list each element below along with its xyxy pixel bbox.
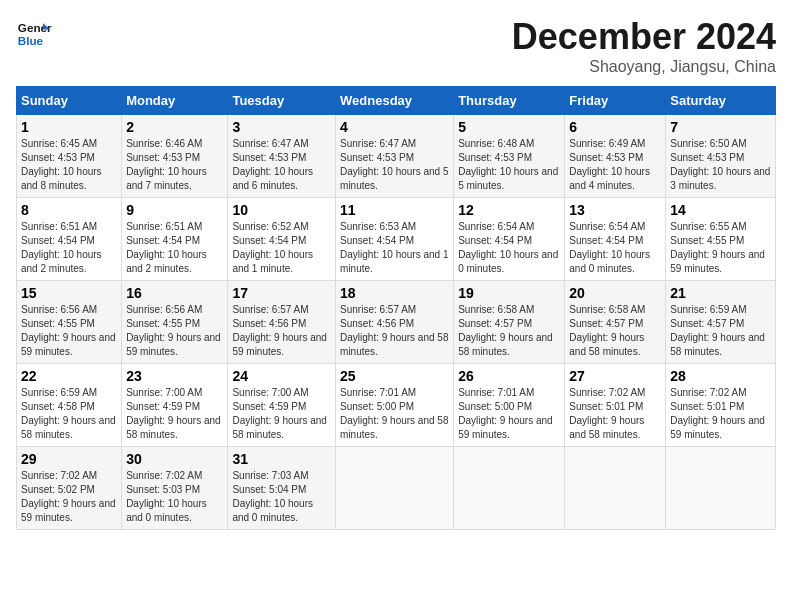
day-detail: Sunrise: 6:58 AMSunset: 4:57 PMDaylight:…	[458, 304, 553, 357]
calendar-cell: 25 Sunrise: 7:01 AMSunset: 5:00 PMDaylig…	[336, 364, 454, 447]
day-detail: Sunrise: 6:56 AMSunset: 4:55 PMDaylight:…	[21, 304, 116, 357]
day-detail: Sunrise: 7:02 AMSunset: 5:03 PMDaylight:…	[126, 470, 207, 523]
day-number: 18	[340, 285, 449, 301]
day-number: 30	[126, 451, 223, 467]
calendar-cell: 27 Sunrise: 7:02 AMSunset: 5:01 PMDaylig…	[565, 364, 666, 447]
day-number: 26	[458, 368, 560, 384]
header-day-tuesday: Tuesday	[228, 87, 336, 115]
day-detail: Sunrise: 7:00 AMSunset: 4:59 PMDaylight:…	[126, 387, 221, 440]
header-day-friday: Friday	[565, 87, 666, 115]
calendar-cell: 6 Sunrise: 6:49 AMSunset: 4:53 PMDayligh…	[565, 115, 666, 198]
calendar-header-row: SundayMondayTuesdayWednesdayThursdayFrid…	[17, 87, 776, 115]
day-detail: Sunrise: 7:02 AMSunset: 5:01 PMDaylight:…	[670, 387, 765, 440]
calendar-cell: 31 Sunrise: 7:03 AMSunset: 5:04 PMDaylig…	[228, 447, 336, 530]
logo: General Blue	[16, 16, 52, 52]
day-detail: Sunrise: 6:47 AMSunset: 4:53 PMDaylight:…	[232, 138, 313, 191]
day-detail: Sunrise: 6:58 AMSunset: 4:57 PMDaylight:…	[569, 304, 645, 357]
calendar-cell: 21 Sunrise: 6:59 AMSunset: 4:57 PMDaylig…	[666, 281, 776, 364]
calendar-cell: 19 Sunrise: 6:58 AMSunset: 4:57 PMDaylig…	[454, 281, 565, 364]
day-number: 12	[458, 202, 560, 218]
day-number: 21	[670, 285, 771, 301]
day-number: 29	[21, 451, 117, 467]
day-number: 4	[340, 119, 449, 135]
week-row-5: 29 Sunrise: 7:02 AMSunset: 5:02 PMDaylig…	[17, 447, 776, 530]
day-number: 24	[232, 368, 331, 384]
calendar-cell	[454, 447, 565, 530]
day-number: 16	[126, 285, 223, 301]
day-number: 28	[670, 368, 771, 384]
day-number: 13	[569, 202, 661, 218]
day-number: 20	[569, 285, 661, 301]
week-row-2: 8 Sunrise: 6:51 AMSunset: 4:54 PMDayligh…	[17, 198, 776, 281]
calendar-cell: 23 Sunrise: 7:00 AMSunset: 4:59 PMDaylig…	[122, 364, 228, 447]
header-day-wednesday: Wednesday	[336, 87, 454, 115]
day-detail: Sunrise: 6:51 AMSunset: 4:54 PMDaylight:…	[126, 221, 207, 274]
calendar-cell: 24 Sunrise: 7:00 AMSunset: 4:59 PMDaylig…	[228, 364, 336, 447]
day-detail: Sunrise: 6:54 AMSunset: 4:54 PMDaylight:…	[569, 221, 650, 274]
calendar-cell: 30 Sunrise: 7:02 AMSunset: 5:03 PMDaylig…	[122, 447, 228, 530]
calendar-cell: 20 Sunrise: 6:58 AMSunset: 4:57 PMDaylig…	[565, 281, 666, 364]
day-number: 17	[232, 285, 331, 301]
day-detail: Sunrise: 7:02 AMSunset: 5:01 PMDaylight:…	[569, 387, 645, 440]
calendar-cell: 17 Sunrise: 6:57 AMSunset: 4:56 PMDaylig…	[228, 281, 336, 364]
day-number: 3	[232, 119, 331, 135]
day-number: 7	[670, 119, 771, 135]
calendar-cell	[565, 447, 666, 530]
day-detail: Sunrise: 6:57 AMSunset: 4:56 PMDaylight:…	[340, 304, 448, 357]
day-detail: Sunrise: 6:50 AMSunset: 4:53 PMDaylight:…	[670, 138, 770, 191]
calendar-cell: 22 Sunrise: 6:59 AMSunset: 4:58 PMDaylig…	[17, 364, 122, 447]
calendar-cell: 26 Sunrise: 7:01 AMSunset: 5:00 PMDaylig…	[454, 364, 565, 447]
day-number: 22	[21, 368, 117, 384]
calendar-cell: 18 Sunrise: 6:57 AMSunset: 4:56 PMDaylig…	[336, 281, 454, 364]
logo-icon: General Blue	[16, 16, 52, 52]
calendar-cell: 14 Sunrise: 6:55 AMSunset: 4:55 PMDaylig…	[666, 198, 776, 281]
header-day-thursday: Thursday	[454, 87, 565, 115]
calendar-cell: 10 Sunrise: 6:52 AMSunset: 4:54 PMDaylig…	[228, 198, 336, 281]
calendar-cell: 12 Sunrise: 6:54 AMSunset: 4:54 PMDaylig…	[454, 198, 565, 281]
day-detail: Sunrise: 6:45 AMSunset: 4:53 PMDaylight:…	[21, 138, 102, 191]
day-detail: Sunrise: 6:54 AMSunset: 4:54 PMDaylight:…	[458, 221, 558, 274]
day-number: 1	[21, 119, 117, 135]
calendar-cell: 16 Sunrise: 6:56 AMSunset: 4:55 PMDaylig…	[122, 281, 228, 364]
header-day-sunday: Sunday	[17, 87, 122, 115]
calendar-cell: 28 Sunrise: 7:02 AMSunset: 5:01 PMDaylig…	[666, 364, 776, 447]
day-detail: Sunrise: 7:02 AMSunset: 5:02 PMDaylight:…	[21, 470, 116, 523]
calendar-cell	[666, 447, 776, 530]
calendar-cell: 8 Sunrise: 6:51 AMSunset: 4:54 PMDayligh…	[17, 198, 122, 281]
day-number: 25	[340, 368, 449, 384]
header: General Blue December 2024 Shaoyang, Jia…	[16, 16, 776, 76]
day-detail: Sunrise: 7:01 AMSunset: 5:00 PMDaylight:…	[340, 387, 448, 440]
day-number: 9	[126, 202, 223, 218]
day-detail: Sunrise: 6:51 AMSunset: 4:54 PMDaylight:…	[21, 221, 102, 274]
day-number: 2	[126, 119, 223, 135]
day-number: 6	[569, 119, 661, 135]
month-title: December 2024	[512, 16, 776, 58]
day-number: 27	[569, 368, 661, 384]
svg-text:Blue: Blue	[18, 34, 44, 47]
day-detail: Sunrise: 6:57 AMSunset: 4:56 PMDaylight:…	[232, 304, 327, 357]
title-area: December 2024 Shaoyang, Jiangsu, China	[512, 16, 776, 76]
location-title: Shaoyang, Jiangsu, China	[512, 58, 776, 76]
day-detail: Sunrise: 6:46 AMSunset: 4:53 PMDaylight:…	[126, 138, 207, 191]
day-number: 15	[21, 285, 117, 301]
day-number: 19	[458, 285, 560, 301]
calendar-cell: 11 Sunrise: 6:53 AMSunset: 4:54 PMDaylig…	[336, 198, 454, 281]
week-row-1: 1 Sunrise: 6:45 AMSunset: 4:53 PMDayligh…	[17, 115, 776, 198]
day-number: 11	[340, 202, 449, 218]
calendar-cell: 2 Sunrise: 6:46 AMSunset: 4:53 PMDayligh…	[122, 115, 228, 198]
day-detail: Sunrise: 6:49 AMSunset: 4:53 PMDaylight:…	[569, 138, 650, 191]
calendar-cell: 29 Sunrise: 7:02 AMSunset: 5:02 PMDaylig…	[17, 447, 122, 530]
day-number: 31	[232, 451, 331, 467]
calendar-cell: 7 Sunrise: 6:50 AMSunset: 4:53 PMDayligh…	[666, 115, 776, 198]
calendar-cell: 3 Sunrise: 6:47 AMSunset: 4:53 PMDayligh…	[228, 115, 336, 198]
calendar-cell	[336, 447, 454, 530]
day-detail: Sunrise: 6:59 AMSunset: 4:58 PMDaylight:…	[21, 387, 116, 440]
calendar-cell: 9 Sunrise: 6:51 AMSunset: 4:54 PMDayligh…	[122, 198, 228, 281]
header-day-monday: Monday	[122, 87, 228, 115]
header-day-saturday: Saturday	[666, 87, 776, 115]
calendar-cell: 1 Sunrise: 6:45 AMSunset: 4:53 PMDayligh…	[17, 115, 122, 198]
day-detail: Sunrise: 6:52 AMSunset: 4:54 PMDaylight:…	[232, 221, 313, 274]
day-detail: Sunrise: 6:55 AMSunset: 4:55 PMDaylight:…	[670, 221, 765, 274]
day-detail: Sunrise: 6:53 AMSunset: 4:54 PMDaylight:…	[340, 221, 448, 274]
day-number: 8	[21, 202, 117, 218]
